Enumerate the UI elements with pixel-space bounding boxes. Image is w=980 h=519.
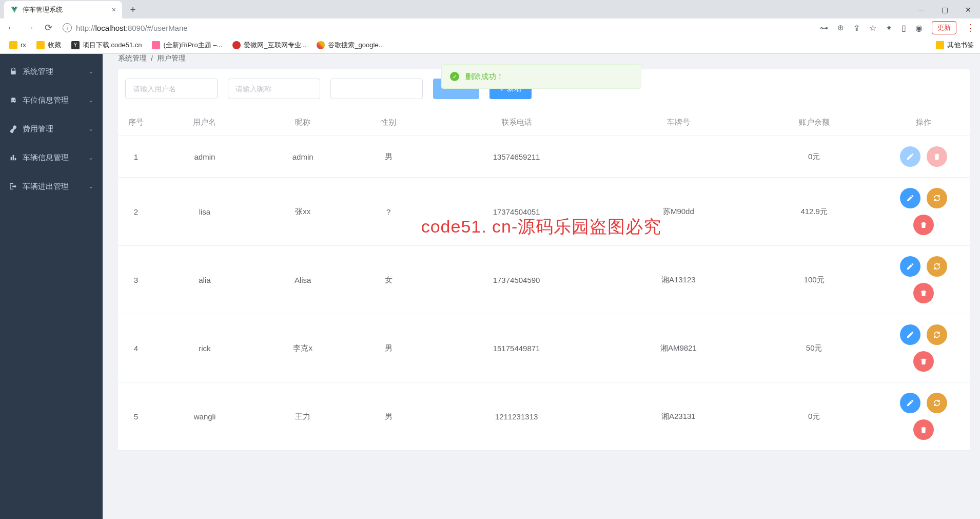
sidebar-item-label: 系统管理 <box>23 67 83 76</box>
close-tab-icon[interactable]: × <box>112 6 116 14</box>
th-gender: 性别 <box>350 109 426 136</box>
cell-phone: 1211231313 <box>427 382 606 451</box>
th-plate: 车牌号 <box>606 109 751 136</box>
cell-balance: 50元 <box>751 314 877 382</box>
cell-nickname: 李克x <box>256 314 350 382</box>
toolbar-icons: ⊶ ⊕ ⇪ ☆ ✦ ▯ ◉ 更新 ⋮ <box>820 21 975 34</box>
cell-username: alia <box>154 246 256 314</box>
site-info-icon[interactable]: i <box>63 23 72 32</box>
table-row: 3 alia Alisa 女 17374504590 湘A13123 100元 <box>118 246 970 314</box>
cell-plate: 苏M90dd <box>606 178 751 246</box>
reload-button[interactable]: ⟳ <box>42 22 54 34</box>
delete-button[interactable] <box>913 351 934 372</box>
maximize-button[interactable]: ▢ <box>933 1 956 18</box>
bookmark-item[interactable]: 谷歌搜索_google... <box>313 40 387 51</box>
cell-index: 1 <box>118 136 154 178</box>
lock-icon <box>9 67 17 75</box>
phone-input[interactable] <box>330 79 423 99</box>
car-icon <box>9 96 17 104</box>
minimize-button[interactable]: ─ <box>909 1 933 18</box>
cell-ops <box>877 178 970 246</box>
refresh-button[interactable] <box>927 393 947 413</box>
share-icon[interactable]: ⇪ <box>853 23 860 33</box>
add-button[interactable]: + 新增 <box>489 79 532 99</box>
cell-gender: 男 <box>350 314 426 382</box>
bookmark-item[interactable]: Y项目下载:code51.cn <box>68 40 145 51</box>
cell-balance: 100元 <box>751 246 877 314</box>
edit-button[interactable] <box>900 146 920 167</box>
vue-icon <box>10 6 18 14</box>
delete-button[interactable] <box>913 283 934 303</box>
refresh-button[interactable] <box>927 324 947 345</box>
folder-icon <box>936 41 944 49</box>
search-button[interactable] <box>433 79 479 99</box>
delete-button[interactable] <box>927 146 947 167</box>
cell-phone: 17374504051 <box>427 178 606 246</box>
bookmark-item[interactable]: 收藏 <box>33 40 64 51</box>
breadcrumb-sep: / <box>151 54 153 63</box>
cell-plate: 湘AM9821 <box>606 314 751 382</box>
username-input[interactable] <box>125 79 218 99</box>
table-row: 1 admin admin 男 13574659211 0元 <box>118 136 970 178</box>
refresh-button[interactable] <box>927 256 947 277</box>
update-button[interactable]: 更新 <box>932 21 956 34</box>
refresh-button[interactable] <box>927 188 947 208</box>
exit-icon <box>9 182 17 190</box>
content-card: + 新增 序号 用户名 昵称 性别 联系电话 车牌号 账户余额 操作 <box>118 69 970 451</box>
bookmark-item[interactable]: 爱微网_互联网专业... <box>229 40 309 51</box>
browser-tab[interactable]: 停车管理系统 × <box>4 1 122 18</box>
nickname-input[interactable] <box>228 79 320 99</box>
bookmarks-bar: rx 收藏 Y项目下载:code51.cn (全新)RiPro主题 –... 爱… <box>0 37 980 53</box>
cell-plate <box>606 136 751 178</box>
cell-gender: 男 <box>350 136 426 178</box>
cell-ops <box>877 314 970 382</box>
sidebar-item-parking[interactable]: 车位信息管理 ⌄ <box>0 86 103 114</box>
cell-phone: 15175449871 <box>427 314 606 382</box>
close-window-button[interactable]: ✕ <box>956 1 980 18</box>
cell-plate: 湘A23131 <box>606 382 751 451</box>
bookmark-item[interactable]: rx <box>6 40 29 50</box>
site-icon: Y <box>71 41 80 49</box>
new-tab-button[interactable]: + <box>125 2 141 17</box>
url-text: http://localhost:8090/#/userMane <box>76 24 188 32</box>
sidebar-item-vehicle[interactable]: 车辆信息管理 ⌄ <box>0 143 103 172</box>
edit-button[interactable] <box>900 324 920 345</box>
url-box[interactable]: i http://localhost:8090/#/userMane <box>63 23 188 32</box>
tab-title: 停车管理系统 <box>23 5 63 14</box>
breadcrumb: 系统管理 / 用户管理 <box>103 54 980 63</box>
sidebar-item-label: 车辆信息管理 <box>23 153 83 163</box>
zoom-icon[interactable]: ⊕ <box>837 23 844 32</box>
window-controls: ─ ▢ ✕ <box>909 1 980 18</box>
sidebar-item-system[interactable]: 系统管理 ⌄ <box>0 57 103 86</box>
cell-nickname: admin <box>256 136 350 178</box>
other-bookmarks[interactable]: 其他书签 <box>936 41 974 50</box>
bookmark-star-icon[interactable]: ☆ <box>869 23 876 33</box>
cell-balance: 412.9元 <box>751 178 877 246</box>
th-balance: 账户余额 <box>751 109 877 136</box>
delete-button[interactable] <box>913 215 934 235</box>
address-bar: ← → ⟳ i http://localhost:8090/#/userMane… <box>0 18 980 37</box>
cell-index: 2 <box>118 178 154 246</box>
bookmark-item[interactable]: (全新)RiPro主题 –... <box>149 40 225 51</box>
cell-nickname: 王力 <box>256 382 350 451</box>
cell-gender: ? <box>350 178 426 246</box>
forward-button[interactable]: → <box>24 22 36 34</box>
cell-username: admin <box>154 136 256 178</box>
edit-button[interactable] <box>900 393 920 413</box>
sidebar-item-fee[interactable]: 费用管理 ⌄ <box>0 114 103 143</box>
kebab-menu-icon[interactable]: ⋮ <box>966 22 975 33</box>
delete-button[interactable] <box>913 419 934 440</box>
edit-button[interactable] <box>900 256 920 277</box>
th-ops: 操作 <box>877 109 970 136</box>
password-key-icon[interactable]: ⊶ <box>820 23 828 33</box>
folder-icon <box>36 41 45 49</box>
extensions-icon[interactable]: ✦ <box>886 23 892 33</box>
profile-icon[interactable]: ◉ <box>915 23 923 33</box>
back-button[interactable]: ← <box>5 22 17 34</box>
reading-list-icon[interactable]: ▯ <box>901 23 906 33</box>
sidebar-item-inout[interactable]: 车辆进出管理 ⌄ <box>0 172 103 201</box>
cell-phone: 17374504590 <box>427 246 606 314</box>
breadcrumb-item[interactable]: 系统管理 <box>118 54 147 63</box>
cell-username: rick <box>154 314 256 382</box>
edit-button[interactable] <box>900 188 920 208</box>
